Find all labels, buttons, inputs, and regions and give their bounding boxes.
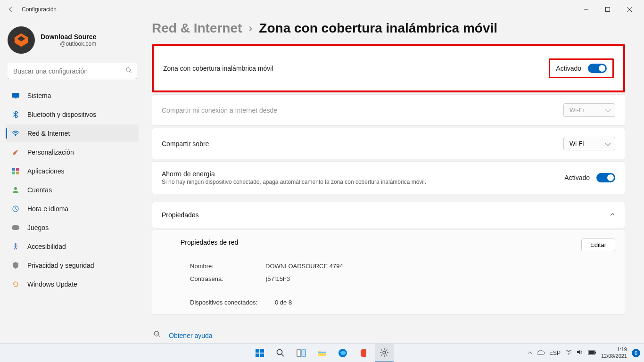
svg-point-16: [15, 243, 17, 245]
nav-accounts[interactable]: Cuentas: [6, 181, 139, 199]
svg-point-31: [383, 351, 386, 354]
tray-date: 12/08/2021: [601, 353, 627, 359]
search-icon: [125, 67, 132, 75]
profile-name: Download Source: [41, 33, 96, 41]
nav-label: Hora e idioma: [27, 205, 68, 213]
svg-rect-27: [297, 350, 301, 356]
wifi-icon: [11, 129, 20, 138]
tray-battery-icon[interactable]: [588, 350, 596, 356]
net-props-title: Propiedades de red: [181, 239, 238, 246]
properties-expander[interactable]: Propiedades: [152, 202, 625, 228]
nav-time[interactable]: Hora e idioma: [6, 200, 139, 218]
svg-line-18: [158, 336, 160, 337]
tray-language[interactable]: ESP: [549, 350, 561, 356]
password-row: Contraseña: )57f15F3: [152, 275, 625, 288]
get-help-link[interactable]: ? Obtener ayuda: [154, 328, 625, 343]
close-button[interactable]: [619, 2, 640, 17]
search-input[interactable]: [8, 63, 137, 79]
connected-value: 0 de 8: [275, 299, 292, 306]
nav-accessibility[interactable]: Accesibilidad: [6, 238, 139, 255]
nav-apps[interactable]: Aplicaciones: [6, 162, 139, 180]
clock-icon: [11, 205, 20, 213]
nav-gaming[interactable]: Juegos: [6, 219, 139, 237]
nav-personalization[interactable]: Personalización: [6, 143, 139, 161]
nav-label: Juegos: [27, 224, 49, 231]
chevron-right-icon: ›: [248, 22, 252, 35]
nav-label: Aplicaciones: [27, 167, 65, 175]
taskbar-office[interactable]: [354, 344, 373, 362]
breadcrumb: Red & Internet › Zona con cobertura inal…: [152, 21, 625, 36]
svg-point-13: [14, 187, 17, 190]
svg-point-8: [15, 135, 16, 136]
share-over-select[interactable]: Wi-Fi: [563, 137, 615, 150]
nav-label: Personalización: [27, 148, 74, 156]
nav-system[interactable]: Sistema: [6, 87, 139, 105]
svg-rect-21: [256, 349, 259, 353]
avatar: [8, 26, 35, 54]
taskbar-search[interactable]: [271, 344, 290, 362]
power-label: Ahorro de energía: [162, 170, 426, 178]
name-row: Nombre: DOWNLOADSOURCE 4794: [152, 257, 625, 275]
person-icon: [11, 186, 20, 194]
svg-rect-15: [12, 225, 19, 230]
name-key: Nombre:: [190, 263, 265, 270]
edit-button[interactable]: Editar: [581, 239, 615, 251]
svg-rect-35: [589, 351, 594, 354]
back-button[interactable]: [4, 2, 18, 16]
tray-onedrive-icon[interactable]: [537, 350, 545, 356]
divider: [181, 290, 615, 290]
hotspot-status: Activado: [556, 65, 581, 72]
tray-clock[interactable]: 1:19 12/08/2021: [601, 346, 627, 359]
svg-rect-23: [256, 354, 259, 357]
svg-rect-10: [16, 168, 19, 171]
minimize-button[interactable]: [575, 2, 597, 17]
svg-line-5: [130, 72, 132, 74]
power-status: Activado: [564, 174, 590, 181]
tray-notifications-badge[interactable]: 6: [632, 349, 640, 357]
svg-rect-22: [260, 349, 264, 353]
share-from-label: Compartir mi conexión a Internet desde: [162, 107, 277, 114]
window-title: Configuración: [22, 6, 57, 13]
nav-update[interactable]: Windows Update: [6, 275, 139, 293]
connected-key: Dispositivos conectados:: [190, 299, 275, 306]
svg-rect-7: [15, 98, 17, 99]
nav-bluetooth[interactable]: Bluetooth y dispositivos: [6, 106, 139, 123]
taskbar-taskview[interactable]: [292, 344, 311, 362]
profile-email: @outlook.com: [41, 41, 96, 47]
svg-rect-6: [12, 93, 19, 98]
connected-row: Dispositivos conectados: 0 de 8: [152, 293, 625, 312]
properties-label: Propiedades: [162, 211, 199, 219]
share-over-label: Compartir sobre: [162, 140, 209, 148]
breadcrumb-parent[interactable]: Red & Internet: [152, 21, 242, 36]
maximize-button[interactable]: [597, 2, 619, 17]
shield-icon: [11, 261, 20, 270]
svg-rect-24: [260, 354, 264, 357]
taskbar-edge[interactable]: [333, 344, 352, 362]
share-from-select: Wi-Fi: [563, 103, 615, 117]
tray-chevron-icon[interactable]: [528, 350, 532, 356]
accessibility-icon: [11, 242, 20, 251]
search-box: [8, 63, 137, 79]
svg-point-4: [126, 68, 131, 72]
tray-wifi-icon[interactable]: [565, 350, 572, 356]
start-button[interactable]: [250, 344, 269, 362]
hotspot-toggle[interactable]: [588, 64, 607, 73]
taskbar-explorer[interactable]: [313, 344, 331, 362]
page-title: Zona con cobertura inalámbrica móvil: [259, 21, 497, 36]
svg-rect-9: [12, 168, 15, 171]
properties-body: Propiedades de red Editar Nombre: DOWNLO…: [152, 230, 625, 315]
share-from-card: Compartir mi conexión a Internet desde W…: [152, 94, 625, 126]
password-value: )57f15F3: [265, 275, 290, 282]
svg-text:?: ?: [156, 332, 157, 336]
help-icon: ?: [154, 331, 162, 340]
power-toggle[interactable]: [596, 173, 615, 182]
tray-volume-icon[interactable]: [577, 349, 583, 356]
profile[interactable]: Download Source @outlook.com: [6, 24, 139, 59]
tray-time: 1:19: [601, 346, 627, 353]
nav-label: Red & Internet: [27, 130, 70, 137]
taskbar-settings[interactable]: [375, 344, 394, 362]
svg-point-32: [568, 354, 569, 354]
nav-label: Bluetooth y dispositivos: [27, 111, 96, 118]
nav-network[interactable]: Red & Internet: [6, 124, 139, 142]
nav-privacy[interactable]: Privacidad y seguridad: [6, 256, 139, 274]
